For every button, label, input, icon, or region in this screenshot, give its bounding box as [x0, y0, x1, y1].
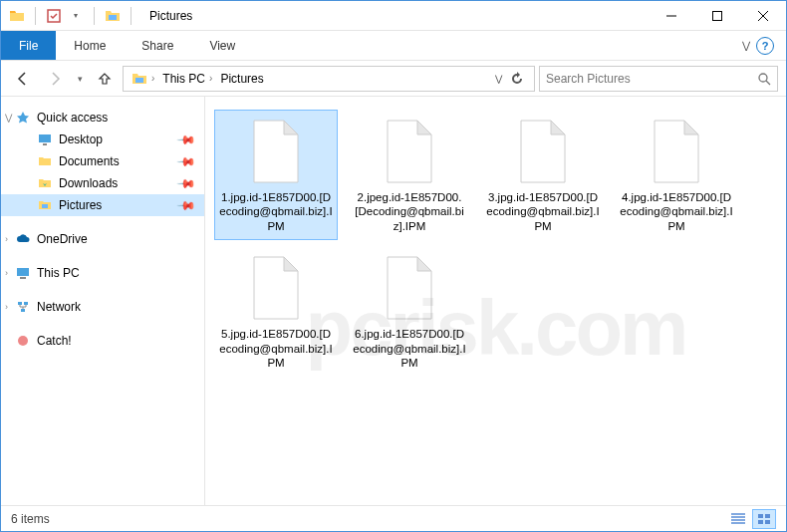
details-view-button[interactable] [726, 509, 750, 529]
statusbar: 6 items [1, 505, 786, 531]
dropdown-icon[interactable]: ⋁ [495, 74, 502, 84]
expand-ribbon-icon[interactable]: ⋁ [742, 40, 750, 51]
file-icon [375, 117, 444, 186]
pictures-folder-icon [105, 8, 121, 24]
chevron-right-icon[interactable]: › [209, 73, 212, 84]
sidebar-item-label: OneDrive [37, 232, 88, 246]
svg-rect-11 [24, 302, 28, 305]
pin-icon: 📌 [176, 173, 197, 194]
star-icon [15, 110, 31, 126]
breadcrumb-label: Pictures [220, 72, 263, 86]
sidebar-item-label: This PC [37, 266, 80, 280]
file-item[interactable]: 6.jpg.id-1E857D00.[Decoding@qbmail.biz].… [349, 247, 470, 376]
svg-rect-7 [42, 204, 48, 208]
separator [94, 7, 95, 25]
file-name-label: 1.jpg.id-1E857D00.[Decoding@qbmail.biz].… [219, 190, 333, 233]
sidebar-item-label: Catch! [37, 334, 72, 348]
svg-rect-5 [39, 134, 51, 142]
sidebar-item-pictures[interactable]: Pictures 📌 [1, 194, 204, 216]
file-icon [375, 253, 444, 323]
svg-rect-12 [21, 309, 25, 312]
computer-icon [15, 265, 31, 281]
file-name-label: 2.jpeg.id-1E857D00.[Decoding@qbmail.biz]… [353, 190, 466, 233]
quick-access-toolbar: ▾ [1, 7, 143, 25]
pin-icon: 📌 [176, 130, 197, 150]
svg-rect-9 [20, 277, 26, 279]
navbar: ▾ › This PC › Pictures ⋁ Search Pictures [1, 61, 786, 97]
refresh-icon[interactable] [510, 72, 524, 86]
file-item[interactable]: 2.jpeg.id-1E857D00.[Decoding@qbmail.biz]… [349, 111, 470, 239]
chevron-down-icon[interactable]: ▾ [68, 8, 84, 24]
breadcrumb-item[interactable]: This PC › [158, 72, 216, 86]
file-item[interactable]: 4.jpg.id-1E857D00.[Decoding@qbmail.biz].… [616, 111, 737, 239]
sidebar-item-label: Desktop [59, 133, 103, 146]
titlebar: ▾ Pictures [1, 1, 786, 31]
ribbon: File Home Share View ⋁ ? [1, 31, 786, 61]
catch-icon [15, 333, 31, 349]
chevron-right-icon[interactable]: › [5, 302, 8, 312]
separator [131, 7, 131, 25]
recent-locations-button[interactable]: ▾ [73, 65, 87, 93]
file-list[interactable]: pcrisk.com 1.jpg.id-1E857D00.[Decoding@q… [205, 97, 786, 505]
address-bar[interactable]: › This PC › Pictures ⋁ [123, 66, 535, 92]
file-item[interactable]: 1.jpg.id-1E857D00.[Decoding@qbmail.biz].… [215, 111, 337, 239]
pin-icon: 📌 [176, 151, 197, 172]
desktop-icon [37, 132, 53, 147]
svg-rect-1 [109, 15, 117, 20]
window-controls [649, 1, 786, 31]
sidebar-quick-access[interactable]: ⋁ Quick access [1, 107, 204, 129]
sidebar-item-desktop[interactable]: Desktop 📌 [1, 129, 204, 150]
sidebar-onedrive[interactable]: › OneDrive [1, 228, 204, 250]
pin-icon: 📌 [176, 195, 197, 216]
tab-home[interactable]: Home [56, 31, 124, 60]
forward-button[interactable] [41, 65, 69, 93]
file-tab[interactable]: File [1, 31, 56, 60]
breadcrumb-root-icon[interactable]: › [128, 71, 158, 87]
sidebar-item-label: Pictures [59, 198, 102, 212]
search-input[interactable]: Search Pictures [539, 66, 778, 92]
chevron-right-icon[interactable]: › [151, 73, 154, 84]
window-title: Pictures [143, 9, 192, 23]
file-name-label: 5.jpg.id-1E857D00.[Decoding@qbmail.biz].… [219, 327, 333, 370]
help-icon[interactable]: ? [756, 37, 774, 55]
icons-view-button[interactable] [752, 509, 776, 529]
sidebar-item-documents[interactable]: Documents 📌 [1, 150, 204, 172]
search-placeholder: Search Pictures [546, 72, 631, 86]
sidebar-item-label: Network [37, 300, 81, 314]
breadcrumb-item[interactable]: Pictures [216, 72, 267, 86]
tab-view[interactable]: View [191, 31, 253, 60]
svg-rect-8 [17, 268, 29, 276]
properties-icon[interactable] [46, 8, 62, 24]
file-icon [241, 117, 311, 186]
svg-point-4 [759, 74, 767, 82]
folder-icon [37, 153, 53, 169]
back-button[interactable] [9, 65, 37, 93]
folder-icon [37, 175, 53, 191]
minimize-button[interactable] [649, 1, 694, 31]
folder-icon [9, 8, 25, 24]
sidebar-item-downloads[interactable]: Downloads 📌 [1, 172, 204, 194]
up-button[interactable] [91, 65, 119, 93]
maximize-button[interactable] [694, 1, 740, 31]
sidebar-item-label: Downloads [59, 176, 118, 190]
chevron-right-icon[interactable]: › [5, 234, 8, 244]
folder-icon [37, 197, 53, 213]
svg-rect-10 [18, 302, 22, 305]
chevron-right-icon[interactable]: › [5, 268, 8, 278]
tab-share[interactable]: Share [124, 31, 191, 60]
sidebar-network[interactable]: › Network [1, 296, 204, 318]
chevron-down-icon[interactable]: ⋁ [5, 113, 12, 123]
file-item[interactable]: 5.jpg.id-1E857D00.[Decoding@qbmail.biz].… [215, 247, 337, 376]
network-icon [15, 299, 31, 315]
file-name-label: 3.jpg.id-1E857D00.[Decoding@qbmail.biz].… [486, 190, 600, 233]
close-button[interactable] [740, 1, 786, 31]
svg-rect-17 [765, 520, 770, 524]
sidebar-catch[interactable]: Catch! [1, 330, 204, 352]
sidebar-thispc[interactable]: › This PC [1, 262, 204, 284]
file-icon [642, 117, 711, 186]
svg-point-13 [18, 336, 28, 346]
cloud-icon [15, 231, 31, 247]
search-icon[interactable] [757, 72, 771, 86]
sidebar-item-label: Documents [59, 154, 120, 168]
file-item[interactable]: 3.jpg.id-1E857D00.[Decoding@qbmail.biz].… [482, 111, 604, 239]
